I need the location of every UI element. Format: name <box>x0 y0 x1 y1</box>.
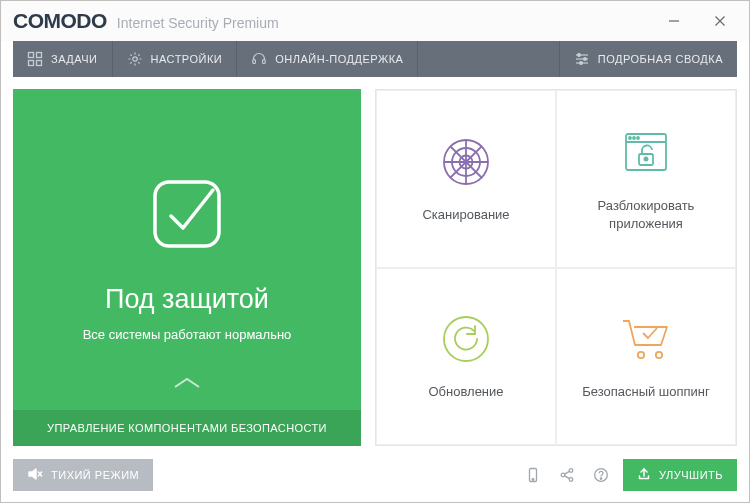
svg-point-40 <box>569 478 573 482</box>
brand: COMODO Internet Security Premium <box>13 9 279 33</box>
toolbar-detailed[interactable]: ПОДРОБНАЯ СВОДКА <box>560 41 737 77</box>
svg-rect-6 <box>37 61 42 66</box>
improve-label: УЛУЧШИТЬ <box>659 469 723 481</box>
grid-icon <box>27 51 43 67</box>
svg-point-28 <box>637 137 639 139</box>
svg-point-30 <box>644 158 647 161</box>
mobile-icon[interactable] <box>521 463 545 487</box>
tile-shopping-label: Безопасный шоппинг <box>582 383 710 401</box>
cart-check-icon <box>617 311 675 367</box>
manage-security-components-button[interactable]: УПРАВЛЕНИЕ КОМПОНЕНТАМИ БЕЗОПАСНОСТИ <box>13 410 361 446</box>
toolbar-detailed-label: ПОДРОБНАЯ СВОДКА <box>598 53 723 65</box>
toolbar-settings-label: НАСТРОЙКИ <box>151 53 223 65</box>
status-title: Под защитой <box>105 284 269 315</box>
toolbar-support[interactable]: ОНЛАЙН-ПОДДЕРЖКА <box>237 41 418 77</box>
toolbar-settings[interactable]: НАСТРОЙКИ <box>113 41 238 77</box>
svg-point-14 <box>583 58 586 61</box>
tile-scan-label: Сканирование <box>422 206 509 224</box>
headset-icon <box>251 51 267 67</box>
unlock-window-icon <box>620 125 672 181</box>
svg-point-44 <box>600 478 601 479</box>
tile-shopping[interactable]: Безопасный шоппинг <box>556 268 736 446</box>
quiet-mode-button[interactable]: ТИХИЙ РЕЖИМ <box>13 459 153 491</box>
svg-rect-8 <box>253 60 256 64</box>
tile-unblock-label: Разблокировать приложения <box>598 197 695 232</box>
brand-subtitle: Internet Security Premium <box>117 15 279 31</box>
sliders-icon <box>574 51 590 67</box>
svg-point-39 <box>561 473 565 477</box>
minimize-button[interactable] <box>651 1 697 41</box>
tile-scan[interactable]: Сканирование <box>376 90 556 268</box>
svg-point-26 <box>629 137 631 139</box>
brand-logo: COMODO <box>13 9 107 33</box>
svg-point-7 <box>132 57 136 61</box>
svg-point-37 <box>532 479 534 481</box>
share-icon[interactable] <box>555 463 579 487</box>
help-icon[interactable] <box>589 463 613 487</box>
svg-rect-5 <box>29 61 34 66</box>
close-button[interactable] <box>697 1 743 41</box>
svg-point-32 <box>638 352 644 358</box>
toolbar-support-label: ОНЛАЙН-ПОДДЕРЖКА <box>275 53 403 65</box>
toolbar: ЗАДАЧИ НАСТРОЙКИ ОНЛАЙН-ПОДДЕРЖКА ПОДРОБ… <box>13 41 737 77</box>
gear-icon <box>127 51 143 67</box>
status-subtitle: Все системы работают нормально <box>83 327 292 342</box>
quiet-mode-label: ТИХИЙ РЕЖИМ <box>51 469 139 481</box>
svg-rect-3 <box>29 53 34 58</box>
tiles-grid: Сканирование Разблокировать приложения <box>375 89 737 446</box>
upload-icon <box>637 467 651 483</box>
status-card: Под защитой Все системы работают нормаль… <box>13 89 361 446</box>
toolbar-tasks[interactable]: ЗАДАЧИ <box>13 41 113 77</box>
svg-line-41 <box>565 471 570 474</box>
svg-rect-4 <box>37 53 42 58</box>
main-area: Под защитой Все системы работают нормаль… <box>1 77 749 458</box>
svg-point-27 <box>633 137 635 139</box>
svg-point-15 <box>579 62 582 65</box>
toolbar-tasks-label: ЗАДАЧИ <box>51 53 98 65</box>
svg-rect-9 <box>263 60 266 64</box>
svg-point-38 <box>569 469 573 473</box>
status-footer-label: УПРАВЛЕНИЕ КОМПОНЕНТАМИ БЕЗОПАСНОСТИ <box>47 422 327 434</box>
tile-update[interactable]: Обновление <box>376 268 556 446</box>
radar-icon <box>440 134 492 190</box>
close-icon <box>714 15 726 27</box>
minimize-icon <box>668 15 680 27</box>
speaker-mute-icon <box>27 466 43 484</box>
svg-rect-16 <box>155 182 219 246</box>
tile-unblock[interactable]: Разблокировать приложения <box>556 90 736 268</box>
tile-update-label: Обновление <box>428 383 503 401</box>
svg-line-42 <box>565 476 570 479</box>
svg-point-13 <box>577 54 580 57</box>
svg-point-31 <box>444 317 488 361</box>
footer: ТИХИЙ РЕЖИМ УЛУЧШИТЬ <box>1 458 749 502</box>
check-shield-icon <box>141 168 233 264</box>
titlebar: COMODO Internet Security Premium <box>1 1 749 41</box>
improve-button[interactable]: УЛУЧШИТЬ <box>623 459 737 491</box>
refresh-icon <box>440 311 492 367</box>
svg-point-33 <box>656 352 662 358</box>
chevron-up-icon <box>172 376 202 394</box>
